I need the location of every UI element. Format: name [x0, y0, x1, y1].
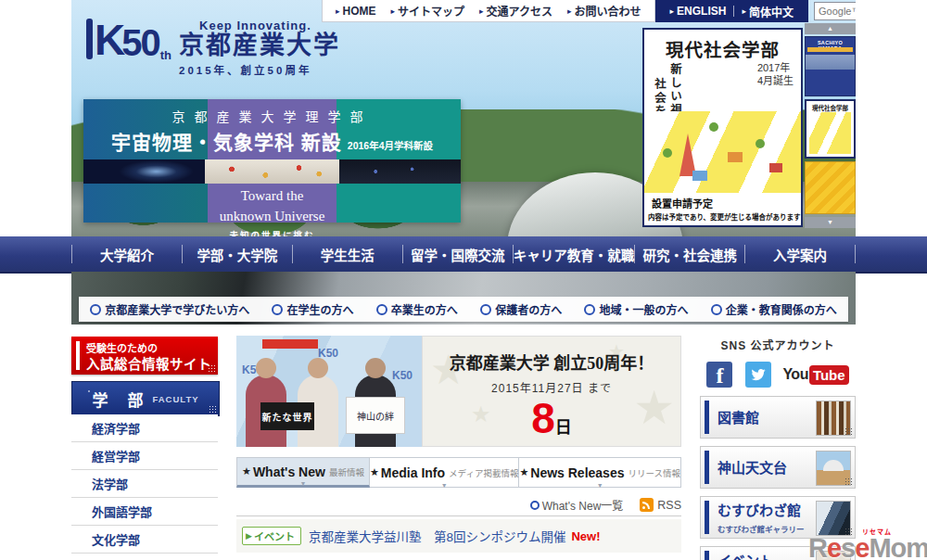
carousel-up-button[interactable]: ▲	[805, 23, 856, 34]
tab-label: News Releases	[530, 465, 624, 480]
logo-k: K	[95, 19, 121, 61]
nav-item-admissions[interactable]: 入学案内	[745, 236, 855, 272]
global-navigation-inner: 大学紹介 学部・大学院 学生生活 留学・国際交流 キャリア教育・就職 研究・社会…	[71, 236, 856, 272]
tab-sublabel: 最新情報	[329, 465, 364, 478]
facebook-icon[interactable]: f	[706, 362, 732, 388]
nav-separator	[855, 245, 856, 263]
sns-icons-row: f You Tube	[700, 361, 856, 388]
modern-society-faculty-ad[interactable]: 現代社会学部 2017年 4月誕生 新しい視点で、 社会をつくる。 設置申請予定…	[642, 28, 803, 227]
subnav-community-label: 地域・一般の方へ	[599, 301, 688, 317]
news-photo-slider[interactable]: K50 K50 K50 新たな世界 神山の絆	[236, 336, 422, 447]
banner-title: 宇宙物理・気象学科 新設	[111, 127, 342, 155]
subnav-current-students-label: 在学生の方へ	[286, 301, 353, 317]
news-link[interactable]: 京都産業大学益川塾 第8回シンポジウム開催	[309, 527, 566, 545]
dot-grid-icon	[77, 505, 84, 517]
building-illustration	[692, 171, 707, 181]
hero-header: K 50 th Keep Innovating. 京都産業大学 2015年、創立…	[71, 0, 856, 236]
nav-item-international[interactable]: 留学・国際交流	[403, 236, 513, 272]
science-faculty-banner[interactable]: 京都産業大学理学部 宇宙物理・気象学科 新設 2016年4月学科新設 Towar…	[83, 99, 461, 223]
banner-accent-bar	[76, 341, 80, 370]
countdown-number: 8	[531, 394, 555, 442]
k50-backdrop-mark: K50	[392, 369, 413, 382]
resemom-watermark: リセマム ReseMom.	[808, 528, 927, 560]
topbar-sitemap-link[interactable]: ▸サイトマップ	[384, 3, 473, 19]
sidebar-item-business[interactable]: 経営学部	[71, 442, 218, 470]
tree-illustration	[663, 148, 672, 158]
tab-label: Media Info	[381, 465, 445, 480]
event-calendar-title-line1: イベント	[717, 550, 773, 560]
carousel-banner-sachiyo-yamada[interactable]: SACHIYO YAMADA	[805, 36, 856, 96]
nav-item-career[interactable]: キャリア教育・就職	[514, 236, 635, 272]
star-icon: ★	[370, 466, 379, 478]
logo-anniversary: 2015年、創立50周年	[179, 62, 340, 77]
banner-english-line1: Toward the	[83, 188, 461, 204]
nav-item-student-life[interactable]: 学生生活	[293, 236, 402, 272]
photo-red-banner	[262, 339, 318, 349]
tab-news-releases[interactable]: ★ News Releases リリース情報 ▼	[519, 457, 681, 488]
carousel-banner-yellow[interactable]	[805, 161, 856, 214]
banner-english-line2: unknown Universe	[83, 209, 461, 224]
whats-new-list-link[interactable]: What's New一覧	[530, 497, 624, 513]
subnav-community-link[interactable]: 地域・一般の方へ	[584, 301, 688, 317]
carousel-banner2-image	[809, 112, 851, 155]
subnav-prospective-link[interactable]: 京都産業大学で学びたい方へ	[90, 301, 249, 317]
audience-navigation: 京都産業大学で学びたい方へ 在学生の方へ 卒業生の方へ 保護者の方へ 地域・一般…	[79, 297, 848, 322]
sidebar-item-law[interactable]: 法学部	[71, 470, 218, 498]
youtube-tube-text: Tube	[809, 365, 849, 385]
right-sidebar: SNS 公式アカウント f You Tube 図書館 神山天文台 むすびわざ館 …	[700, 337, 856, 560]
countdown-title: 京都産業大学 創立50周年！	[423, 350, 680, 374]
countdown-days: 8日	[423, 397, 680, 439]
topbar-contact-link[interactable]: ▸お問い合わせ	[560, 3, 649, 19]
topbar-home-link[interactable]: ▸HOME	[328, 5, 384, 18]
carousel-banner-modern-society[interactable]: 現代社会学部	[805, 99, 856, 159]
admissions-banner-line2: 入試総合情報サイト	[86, 353, 211, 373]
top-utility-bar: ▸HOME ▸サイトマップ ▸交通アクセス ▸お問い合わせ ▸ENGLISH ▸…	[322, 0, 856, 22]
corner-dots-icon	[208, 364, 216, 373]
nav-item-about[interactable]: 大学紹介	[72, 236, 182, 272]
sidebar-item-economics[interactable]: 経済学部	[71, 414, 218, 442]
twitter-icon[interactable]	[745, 362, 771, 388]
dot-grid-icon	[77, 422, 84, 434]
banner-accent-bar	[705, 551, 709, 560]
topbar-access-link[interactable]: ▸交通アクセス	[472, 3, 560, 19]
sidebar-item-foreign-languages[interactable]: 外国語学部	[71, 498, 218, 526]
nav-item-faculties[interactable]: 学部・大学院	[183, 236, 292, 272]
anniversary-countdown: ★ ★ ★ ★ 京都産業大学 創立50周年！ 2015年11月27日 まで 8日	[422, 336, 681, 447]
university-logo[interactable]: K 50 th Keep Innovating. 京都産業大学 2015年、創立…	[86, 19, 340, 77]
banner-note: 2016年4月学科新設	[348, 138, 433, 152]
banner-title-row: 宇宙物理・気象学科 新設 2016年4月学科新設	[83, 127, 461, 155]
subnav-business-link[interactable]: 企業・教育関係の方へ	[711, 301, 837, 317]
dot-grid-icon	[77, 477, 84, 490]
global-navigation: 大学紹介 学部・大学院 学生生活 留学・国際交流 キャリア教育・就職 研究・社会…	[0, 236, 927, 274]
subnav-prospective-label: 京都産業大学で学びたい方へ	[105, 301, 249, 317]
topbar-chinese-link[interactable]: ▸简体中文	[734, 4, 801, 19]
subnav-parents-link[interactable]: 保護者の方へ	[480, 301, 562, 317]
arrow-icon: ▸	[391, 6, 396, 16]
topbar-english-link[interactable]: ▸ENGLISH	[663, 5, 734, 18]
tab-whats-new[interactable]: ★ What's New 最新情報 ▼	[236, 457, 370, 488]
crystal-image	[339, 159, 461, 184]
side-banner-carousel: ▲ SACHIYO YAMADA 現代社会学部 ▼	[805, 23, 856, 228]
photo-sign-kamiyama: 神山の絆	[346, 397, 405, 434]
observatory-banner[interactable]: 神山天文台	[700, 446, 856, 489]
tab-media-info[interactable]: ★ Media Info メディア掲載情報 ▼	[370, 457, 519, 488]
wm-letter: R	[808, 533, 827, 560]
arrow-icon: ▸	[670, 6, 675, 16]
library-banner[interactable]: 図書館	[700, 396, 856, 439]
subnav-business-label: 企業・教育関係の方へ	[726, 301, 837, 317]
ad-year: 2017年	[757, 61, 794, 74]
subnav-current-students-link[interactable]: 在学生の方へ	[272, 301, 353, 317]
nav-item-research[interactable]: 研究・社会連携	[635, 236, 744, 272]
person-head	[308, 358, 328, 378]
carousel-down-button[interactable]: ▼	[805, 217, 856, 228]
sidebar-item-cultural-studies[interactable]: 文化学部	[71, 526, 218, 554]
youtube-icon[interactable]: You Tube	[782, 365, 848, 385]
rss-icon	[640, 498, 654, 512]
banner-accent-bar	[705, 451, 709, 484]
search-input[interactable]	[814, 2, 856, 20]
rss-link[interactable]: RSS	[640, 498, 681, 512]
event-badge: ▶ イベント	[242, 527, 301, 545]
subnav-alumni-link[interactable]: 卒業生の方へ	[376, 301, 458, 317]
admissions-site-banner[interactable]: 受験生のための 入試総合情報サイト	[71, 337, 218, 375]
news-links-row: What's New一覧 RSS	[530, 497, 681, 513]
